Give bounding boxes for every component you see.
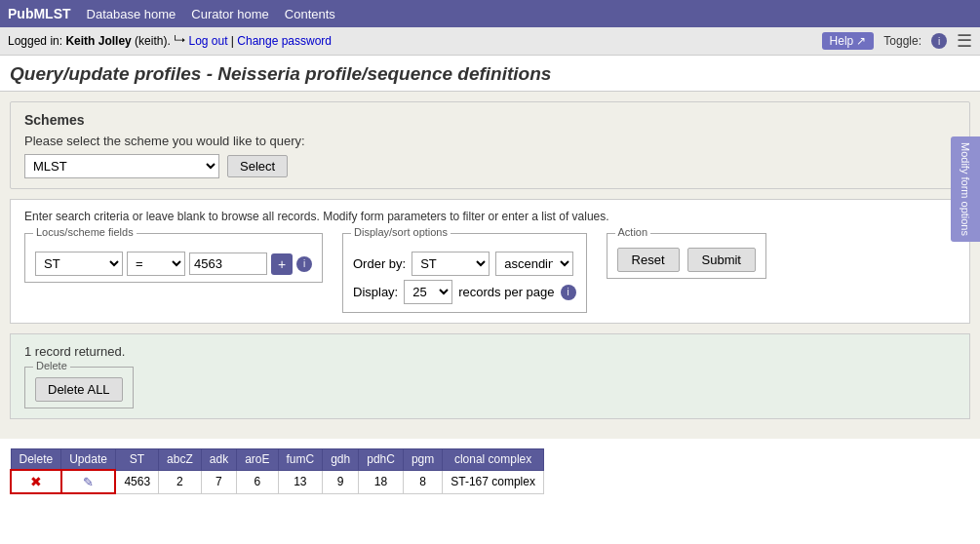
display-row: Display: 25 records per page i: [353, 280, 576, 304]
search-description: Enter search criteria or leave blank to …: [24, 210, 956, 223]
toggle-label: Toggle:: [883, 34, 921, 48]
col-header-st: ST: [115, 449, 158, 471]
results-section: 1 record returned. Delete Delete ALL: [10, 333, 970, 419]
locus-field-select[interactable]: ST: [35, 252, 123, 276]
order-by-select[interactable]: ST: [412, 252, 490, 276]
display-count-select[interactable]: 25: [404, 280, 452, 304]
locus-row: ST = + i: [35, 252, 312, 276]
top-navigation: PubMLST Database home Curator home Conte…: [0, 0, 980, 27]
cell-pgm: 8: [403, 470, 442, 493]
col-header-delete: Delete: [11, 449, 61, 471]
display-sort-box: Display/sort options Order by: ST ascend…: [342, 233, 587, 313]
submit-button[interactable]: Submit: [687, 248, 756, 272]
modify-form-options-button[interactable]: Modify form options: [951, 136, 980, 242]
external-link-icon: ↗: [856, 34, 866, 48]
main-content: Schemes Please select the scheme you wou…: [0, 92, 980, 439]
scheme-row: MLST Select: [24, 154, 956, 178]
logged-in-user: Keith Jolley: [65, 34, 131, 48]
delete-cell[interactable]: ✖: [11, 470, 61, 493]
table-section: Delete Update ST abcZ adk aroE fumC gdh …: [0, 448, 980, 504]
order-by-row: Order by: ST ascending: [353, 252, 576, 276]
locus-fields-box: Locus/scheme fields ST = + i: [24, 233, 323, 283]
display-sort-legend: Display/sort options: [351, 226, 451, 238]
cell-st: 4563: [115, 470, 158, 493]
cell-fumC: 13: [278, 470, 323, 493]
col-header-gdh: gdh: [323, 449, 359, 471]
locus-info-icon[interactable]: i: [296, 256, 312, 272]
help-button[interactable]: Help ↗: [822, 32, 875, 50]
reset-button[interactable]: Reset: [617, 248, 680, 272]
record-count: 1 record returned.: [24, 344, 956, 359]
col-header-abcZ: abcZ: [159, 449, 202, 471]
update-cell[interactable]: ✎: [61, 470, 116, 493]
login-bar: Logged in: Keith Jolley (keith). ⮡ Log o…: [0, 27, 980, 56]
operator-select[interactable]: =: [127, 252, 185, 276]
add-field-button[interactable]: +: [271, 253, 293, 275]
delete-group-box: Delete Delete ALL: [24, 367, 134, 408]
schemes-title: Schemes: [24, 112, 956, 128]
menu-icon[interactable]: ☰: [957, 30, 972, 52]
table-row: ✖ ✎ 4563 2 7 6 13 9 18 8 ST-167 complex: [11, 470, 543, 493]
table-header-row: Delete Update ST abcZ adk aroE fumC gdh …: [11, 449, 543, 471]
results-table: Delete Update ST abcZ adk aroE fumC gdh …: [10, 448, 544, 494]
locus-legend: Locus/scheme fields: [33, 226, 137, 238]
display-label: Display:: [353, 285, 398, 299]
cell-pdhC: 18: [359, 470, 404, 493]
cell-adk: 7: [201, 470, 236, 493]
col-header-aroE: aroE: [237, 449, 278, 471]
scheme-select-button[interactable]: Select: [227, 155, 288, 177]
logout-link[interactable]: Log out: [188, 34, 227, 48]
action-legend: Action: [615, 226, 651, 238]
arrow-icon: ⮡: [174, 34, 185, 48]
col-header-clonal-complex: clonal complex: [443, 449, 544, 471]
edit-icon[interactable]: ✎: [83, 475, 94, 489]
records-per-page-label: records per page: [458, 285, 554, 299]
scheme-select[interactable]: MLST: [24, 154, 219, 178]
action-box: Action Reset Submit: [607, 233, 766, 279]
cell-gdh: 9: [323, 470, 359, 493]
col-header-update: Update: [61, 449, 116, 471]
col-header-pdhC: pdhC: [359, 449, 404, 471]
page-title: Query/update profiles - Neisseria profil…: [10, 63, 970, 85]
col-header-pgm: pgm: [403, 449, 442, 471]
user-id: (keith).: [135, 34, 171, 48]
search-value-input[interactable]: [189, 253, 267, 275]
login-right: Help ↗ Toggle: i ☰: [822, 30, 972, 52]
scheme-description: Please select the scheme you would like …: [24, 134, 956, 148]
delete-icon[interactable]: ✖: [30, 474, 42, 489]
nav-contents[interactable]: Contents: [285, 7, 335, 21]
change-password-link[interactable]: Change password: [237, 34, 332, 48]
col-header-adk: adk: [201, 449, 236, 471]
col-header-fumC: fumC: [278, 449, 323, 471]
fields-row: Locus/scheme fields ST = + i Display/sor…: [24, 233, 956, 313]
order-by-label: Order by:: [353, 256, 406, 271]
cell-clonal-complex: ST-167 complex: [443, 470, 544, 493]
display-info-icon[interactable]: i: [561, 285, 576, 300]
login-info: Logged in: Keith Jolley (keith). ⮡ Log o…: [8, 34, 332, 48]
toggle-info-icon[interactable]: i: [931, 33, 947, 49]
search-section: Enter search criteria or leave blank to …: [10, 199, 970, 324]
delete-legend: Delete: [33, 360, 70, 371]
page-title-bar: Query/update profiles - Neisseria profil…: [0, 56, 980, 92]
nav-database-home[interactable]: Database home: [87, 7, 176, 21]
nav-curator-home[interactable]: Curator home: [191, 7, 268, 21]
cell-abcZ: 2: [159, 470, 202, 493]
delete-all-button[interactable]: Delete ALL: [35, 377, 123, 402]
direction-select[interactable]: ascending: [495, 252, 573, 276]
pubmlst-brand[interactable]: PubMLST: [8, 6, 71, 21]
login-prefix: Logged in:: [8, 34, 65, 48]
cell-aroE: 6: [237, 470, 278, 493]
schemes-section: Schemes Please select the scheme you wou…: [10, 101, 970, 189]
